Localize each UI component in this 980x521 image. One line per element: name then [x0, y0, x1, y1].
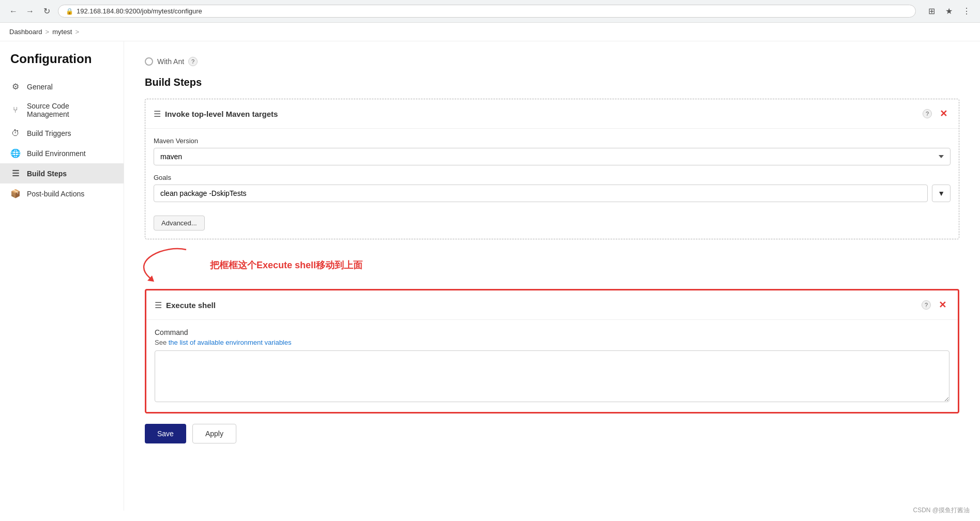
with-ant-label: With Ant [157, 57, 184, 66]
goals-input[interactable] [154, 185, 928, 202]
nav-buttons: ← → ↻ [6, 4, 54, 19]
goals-label: Goals [154, 174, 951, 181]
maven-step-header: ☰ Invoke top-level Maven targets ? ✕ [145, 99, 959, 129]
maven-step-body: Maven Version maven Goals ▼ Advanced... [145, 129, 959, 239]
build-environment-icon: 🌐 [10, 148, 21, 158]
watermark: CSDN @摸鱼打酱油 [913, 506, 970, 511]
maven-version-group: Maven Version maven [154, 137, 951, 165]
source-code-icon: ⑂ [10, 105, 21, 115]
sidebar-item-build-steps[interactable]: ☰ Build Steps [0, 163, 124, 183]
command-textarea[interactable] [155, 350, 949, 402]
radio-with-ant[interactable] [145, 57, 153, 66]
breadcrumb-dashboard[interactable]: Dashboard [9, 28, 42, 36]
breadcrumb-sep-2: > [76, 28, 80, 36]
bookmark-button[interactable]: ★ [942, 4, 956, 19]
address-bar[interactable]: 🔒 192.168.184.80:9200/job/mytest/configu… [58, 5, 916, 18]
browser-chrome: ← → ↻ 🔒 192.168.184.80:9200/job/mytest/c… [0, 0, 980, 23]
sidebar-item-post-build[interactable]: 📦 Post-build Actions [0, 183, 124, 204]
refresh-button[interactable]: ↻ [39, 4, 54, 19]
back-button[interactable]: ← [6, 4, 21, 19]
save-button[interactable]: Save [145, 424, 186, 443]
sidebar-item-general[interactable]: ⚙ General [0, 76, 124, 97]
maven-step-title: Invoke top-level Maven targets [165, 110, 918, 118]
breadcrumb-sep-1: > [46, 28, 50, 36]
execute-shell-close-button[interactable]: ✕ [935, 298, 949, 312]
general-icon: ⚙ [10, 82, 21, 91]
breadcrumb: Dashboard > mytest > [0, 23, 980, 41]
security-icon: 🔒 [66, 8, 73, 15]
goals-dropdown-button[interactable]: ▼ [932, 185, 951, 202]
sidebar-label-build-environment: Build Environment [27, 149, 86, 158]
command-label: Command [155, 328, 949, 336]
annotation-text: 把框框这个Execute shell移动到上面 [145, 250, 959, 281]
sidebar-item-source-code[interactable]: ⑂ Source Code Management [0, 97, 124, 124]
execute-shell-step-card: ☰ Execute shell ? ✕ Command See the list… [145, 289, 959, 413]
build-triggers-icon: ⏱ [10, 129, 21, 138]
sidebar-label-post-build: Post-build Actions [27, 190, 84, 198]
main-layout: Configuration ⚙ General ⑂ Source Code Ma… [0, 41, 980, 511]
extensions-button[interactable]: ⊞ [924, 4, 939, 19]
with-ant-help[interactable]: ? [188, 57, 198, 66]
forward-button[interactable]: → [23, 4, 37, 19]
sidebar-item-build-environment[interactable]: 🌐 Build Environment [0, 143, 124, 163]
maven-close-button[interactable]: ✕ [936, 106, 951, 121]
annotation-arrow [145, 250, 207, 281]
execute-shell-step-body: Command See the list of available enviro… [146, 320, 958, 412]
goals-group: Goals ▼ [154, 174, 951, 202]
sidebar-label-source-code: Source Code Management [27, 102, 113, 118]
top-partial: With Ant ? [145, 57, 959, 66]
maven-version-label: Maven Version [154, 137, 951, 145]
apply-button[interactable]: Apply [192, 424, 236, 443]
annotation-label: 把框框这个Execute shell移动到上面 [210, 259, 363, 271]
execute-shell-drag-icon[interactable]: ☰ [155, 300, 162, 310]
env-vars-text: See the list of available environment va… [155, 339, 949, 346]
sidebar-label-general: General [27, 83, 53, 91]
execute-shell-step-header: ☰ Execute shell ? ✕ [146, 290, 958, 320]
url-text: 192.168.184.80:9200/job/mytest/configure [77, 7, 202, 15]
build-steps-icon: ☰ [10, 168, 21, 178]
menu-button[interactable]: ⋮ [959, 4, 974, 19]
breadcrumb-mytest[interactable]: mytest [52, 28, 72, 36]
sidebar: Configuration ⚙ General ⑂ Source Code Ma… [0, 41, 124, 511]
build-steps-title: Build Steps [145, 76, 959, 88]
sidebar-title: Configuration [0, 52, 124, 76]
post-build-icon: 📦 [10, 189, 21, 198]
footer-buttons: Save Apply [145, 424, 959, 454]
execute-shell-help-button[interactable]: ? [922, 300, 931, 310]
sidebar-item-build-triggers[interactable]: ⏱ Build Triggers [0, 124, 124, 143]
advanced-button[interactable]: Advanced... [154, 216, 205, 231]
env-vars-link[interactable]: the list of available environment variab… [169, 339, 292, 346]
sidebar-label-build-triggers: Build Triggers [27, 129, 71, 137]
goals-row: ▼ [154, 185, 951, 202]
maven-version-select[interactable]: maven [154, 148, 951, 165]
browser-actions: ⊞ ★ ⋮ [924, 4, 974, 19]
maven-step-card: ☰ Invoke top-level Maven targets ? ✕ Mav… [145, 99, 959, 239]
execute-shell-step-title: Execute shell [166, 301, 917, 310]
maven-help-button[interactable]: ? [923, 109, 932, 118]
content-area: With Ant ? Build Steps ☰ Invoke top-leve… [124, 41, 980, 511]
maven-drag-icon[interactable]: ☰ [154, 109, 161, 119]
sidebar-label-build-steps: Build Steps [27, 170, 67, 178]
